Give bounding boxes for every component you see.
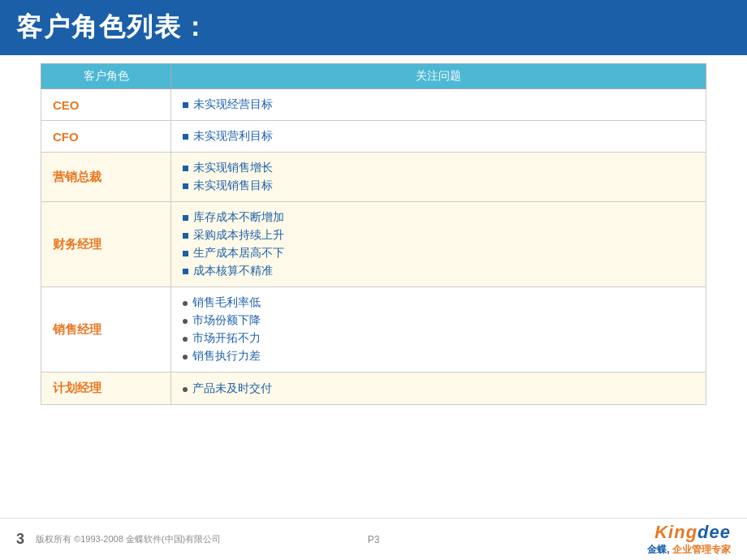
concern-item: 销售毛利率低: [183, 294, 694, 312]
page-number: 3: [16, 531, 24, 548]
concern-text: 成本核算不精准: [193, 264, 273, 278]
bullet-square-icon: [183, 166, 188, 171]
page-footer: 3 版权所有 ©1993-2008 金蝶软件(中国)有限公司 P3 Kingde…: [0, 518, 747, 560]
concern-text: 生产成本居高不下: [193, 246, 284, 261]
role-cell: 计划经理: [41, 373, 171, 405]
slogan-orange: 企业管理专家: [670, 544, 731, 555]
concern-item: 库存成本不断增加: [183, 209, 694, 226]
role-cell: CEO: [41, 89, 171, 121]
role-cell: 营销总裁: [41, 153, 171, 202]
bullet-round-icon: [183, 387, 188, 392]
concern-text: 库存成本不断增加: [193, 210, 284, 225]
table-row: CFO未实现营利目标: [41, 121, 706, 153]
concern-item: 生产成本居高不下: [183, 244, 694, 262]
concern-item: 市场份额下降: [183, 312, 694, 330]
concern-text: 采购成本持续上升: [193, 228, 284, 243]
concern-item: 未实现销售增长: [183, 159, 694, 177]
col-concern-header: 关注问题: [171, 64, 706, 89]
concern-cell: 库存成本不断增加采购成本持续上升生产成本居高不下成本核算不精准: [171, 202, 706, 287]
concern-text: 未实现经营目标: [193, 97, 273, 112]
page-header: 客户角色列表：: [0, 0, 747, 55]
bullet-square-icon: [183, 233, 188, 239]
concern-item: 未实现营利目标: [183, 127, 694, 145]
concern-cell: 未实现营利目标: [171, 121, 706, 153]
table-row: 营销总裁未实现销售增长未实现销售目标: [41, 153, 706, 202]
footer-center-page: P3: [368, 534, 380, 545]
page-title: 客户角色列表：: [16, 10, 209, 45]
bullet-square-icon: [183, 251, 188, 256]
concern-text: 销售执行力差: [192, 349, 261, 364]
table-header-row: 客户角色 关注问题: [41, 64, 706, 89]
slogan-blue: 金蝶,: [647, 544, 669, 555]
concern-item: 未实现经营目标: [183, 96, 694, 114]
concern-list: 销售毛利率低市场份额下降市场开拓不力销售执行力差: [183, 294, 694, 365]
concern-cell: 未实现销售增长未实现销售目标: [171, 153, 706, 202]
concern-item: 市场开拓不力: [183, 330, 694, 347]
brand-name: Kingdee: [654, 522, 731, 543]
table-row: 计划经理产品未及时交付: [41, 373, 706, 405]
concern-text: 未实现营利目标: [193, 129, 273, 144]
kingdee-logo: Kingdee 金蝶, 企业管理专家: [647, 522, 731, 557]
concern-list: 未实现销售增长未实现销售目标: [183, 159, 694, 195]
concern-item: 产品未及时交付: [183, 380, 694, 398]
concern-cell: 未实现经营目标: [171, 89, 706, 121]
concern-text: 市场开拓不力: [192, 331, 261, 346]
table-row: 销售经理销售毛利率低市场份额下降市场开拓不力销售执行力差: [41, 287, 706, 373]
brand-slogan: 金蝶, 企业管理专家: [647, 543, 731, 557]
bullet-square-icon: [183, 269, 188, 274]
bullet-square-icon: [183, 102, 188, 108]
role-cell: 财务经理: [41, 202, 171, 287]
concern-cell: 销售毛利率低市场份额下降市场开拓不力销售执行力差: [171, 287, 706, 373]
bullet-round-icon: [183, 319, 188, 324]
concern-text: 市场份额下降: [192, 313, 261, 328]
concern-list: 未实现营利目标: [183, 127, 694, 145]
concern-list: 产品未及时交付: [183, 380, 694, 398]
roles-table: 客户角色 关注问题 CEO未实现经营目标CFO未实现营利目标营销总裁未实现销售增…: [41, 63, 706, 405]
main-content: 客户角色 关注问题 CEO未实现经营目标CFO未实现营利目标营销总裁未实现销售增…: [0, 55, 747, 405]
concern-text: 产品未及时交付: [192, 381, 272, 396]
col-role-header: 客户角色: [41, 64, 171, 89]
bullet-round-icon: [183, 355, 188, 360]
bullet-square-icon: [183, 134, 188, 140]
concern-list: 库存成本不断增加采购成本持续上升生产成本居高不下成本核算不精准: [183, 209, 694, 280]
footer-left: 3 版权所有 ©1993-2008 金蝶软件(中国)有限公司: [16, 531, 221, 548]
table-row: CEO未实现经营目标: [41, 89, 706, 121]
concern-item: 未实现销售目标: [183, 177, 694, 195]
bullet-round-icon: [183, 337, 188, 342]
page-label: P3: [368, 534, 380, 545]
table-row: 财务经理库存成本不断增加采购成本持续上升生产成本居高不下成本核算不精准: [41, 202, 706, 287]
concern-item: 成本核算不精准: [183, 262, 694, 280]
concern-text: 销售毛利率低: [192, 295, 261, 310]
footer-right: Kingdee 金蝶, 企业管理专家: [647, 522, 731, 557]
bullet-round-icon: [183, 301, 188, 306]
copyright-text: 版权所有 ©1993-2008 金蝶软件(中国)有限公司: [36, 533, 221, 545]
concern-item: 销售执行力差: [183, 347, 694, 365]
bullet-square-icon: [183, 183, 188, 189]
role-cell: 销售经理: [41, 287, 171, 373]
concern-text: 未实现销售目标: [193, 179, 273, 193]
bullet-square-icon: [183, 215, 188, 221]
brand-blue: dee: [697, 522, 731, 542]
brand-orange: King: [654, 522, 697, 542]
concern-list: 未实现经营目标: [183, 96, 694, 114]
concern-cell: 产品未及时交付: [171, 373, 706, 405]
role-cell: CFO: [41, 121, 171, 153]
concern-text: 未实现销售增长: [193, 161, 273, 175]
concern-item: 采购成本持续上升: [183, 226, 694, 244]
